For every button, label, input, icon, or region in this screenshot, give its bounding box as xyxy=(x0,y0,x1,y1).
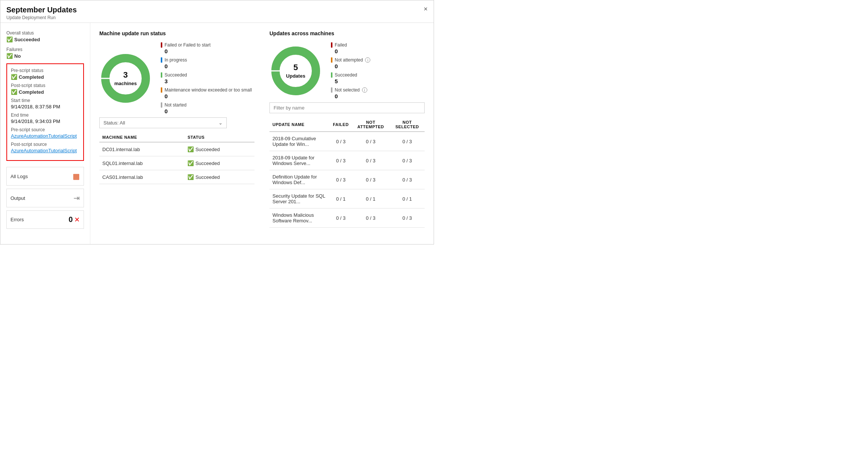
errors-label: Errors xyxy=(10,217,24,222)
machine-filter-bar: Status: All ⌄ xyxy=(99,117,254,128)
failures-label: Failures xyxy=(6,47,84,52)
machine-status-filter[interactable]: Status: All ⌄ xyxy=(99,117,227,128)
no-failure-icon: ✅ xyxy=(6,53,13,59)
updates-table-section: UPDATE NAME FAILED NOT ATTEMPTED NOT SEL… xyxy=(269,102,425,228)
window-subtitle: Update Deployment Run xyxy=(6,15,77,20)
end-time-value: 9/14/2018, 9:34:03 PM xyxy=(11,118,79,124)
main-window: September Updates Update Deployment Run … xyxy=(0,0,434,244)
not-selected-info-icon[interactable]: i xyxy=(362,87,367,93)
update-failed-cell: 0 / 3 xyxy=(330,208,352,228)
content-area: Overall status ✅ Succeeded Failures ✅ No… xyxy=(0,23,434,244)
update-failed-cell: 0 / 3 xyxy=(330,132,352,151)
th-failed: FAILED xyxy=(330,118,352,132)
updates-donut-container: 5 Updates xyxy=(269,45,322,97)
all-logs-item[interactable]: All Logs ▦ xyxy=(6,167,84,186)
overall-status-label: Overall status xyxy=(6,30,84,36)
updates-legend-bar-gray xyxy=(331,87,332,93)
updates-legend-label-0: Failed xyxy=(335,42,347,48)
machine-legend-item-1: In progress 0 xyxy=(161,57,252,69)
update-not-selected-cell: 0 / 3 xyxy=(390,151,425,170)
machine-legend-item-2: Succeeded 3 xyxy=(161,72,252,84)
start-time-section: Start time 9/14/2018, 8:37:58 PM xyxy=(11,98,79,110)
postscript-source-link[interactable]: AzureAutomationTutorialScript xyxy=(11,148,79,153)
errors-item[interactable]: Errors 0 ✕ xyxy=(6,210,84,229)
update-not-selected-cell: 0 / 3 xyxy=(390,208,425,228)
th-machine-name: MACHINE NAME xyxy=(99,133,184,142)
machine-update-title: Machine update run status xyxy=(99,30,254,36)
legend-label-0: Failed or Failed to start xyxy=(165,42,211,48)
update-name-cell: Definition Update for Windows Def... xyxy=(269,170,330,189)
legend-value-2: 3 xyxy=(161,78,252,84)
updates-legend-bar-orange xyxy=(331,57,332,63)
failures-value: ✅ No xyxy=(6,53,84,59)
machine-update-panel: Machine update run status xyxy=(99,30,254,228)
output-label: Output xyxy=(10,195,25,201)
output-icon: ⇥ xyxy=(73,194,80,202)
postscript-status-section: Post-script status ✅ Completed xyxy=(11,83,79,95)
machine-legend-item-3: Maintenance window exceeded or too small… xyxy=(161,87,252,99)
legend-bar-red xyxy=(161,42,162,48)
update-not-selected-cell: 0 / 3 xyxy=(390,170,425,189)
table-row: CAS01.internal.lab ✅ Succeeded xyxy=(99,170,254,184)
prescript-source-link[interactable]: AzureAutomationTutorialScript xyxy=(11,133,79,139)
errors-count: 0 xyxy=(69,215,73,224)
check-icon: ✅ xyxy=(6,36,13,42)
legend-value-0: 0 xyxy=(161,48,252,54)
output-item[interactable]: Output ⇥ xyxy=(6,189,84,207)
update-not-selected-cell: 0 / 3 xyxy=(390,132,425,151)
all-logs-icon: ▦ xyxy=(73,172,80,181)
updates-donut-label: 5 Updates xyxy=(286,62,305,79)
table-row: Definition Update for Windows Def... 0 /… xyxy=(269,170,425,189)
updates-legend-label-2: Succeeded xyxy=(335,72,357,78)
updates-legend-value-3: 0 xyxy=(331,93,370,99)
machine-donut-num: 3 xyxy=(123,70,128,80)
machine-name-cell: CAS01.internal.lab xyxy=(99,170,184,184)
prescript-box: Pre-script status ✅ Completed Post-scrip… xyxy=(6,63,84,161)
close-button[interactable]: × xyxy=(424,6,428,12)
updates-donut-text: Updates xyxy=(286,73,305,79)
updates-legend-item-2: Succeeded 5 xyxy=(331,72,370,84)
prescript-source-section: Pre-script source AzureAutomationTutoria… xyxy=(11,127,79,139)
updates-legend-value-1: 0 xyxy=(331,63,370,69)
panels-row: Machine update run status xyxy=(99,30,425,228)
start-time-value: 9/14/2018, 8:37:58 PM xyxy=(11,104,79,110)
updates-legend-item-0: Failed 0 xyxy=(331,42,370,54)
machine-table: MACHINE NAME STATUS DC01.internal.lab ✅ … xyxy=(99,133,254,184)
updates-donut-num: 5 xyxy=(293,63,298,72)
window-title: September Updates xyxy=(6,6,77,14)
updates-legend-label-3: Not selected xyxy=(335,87,360,93)
updates-legend-bar-green xyxy=(331,72,332,78)
overall-status-value: ✅ Succeeded xyxy=(6,36,84,42)
legend-label-4: Not started xyxy=(165,102,187,108)
machine-table-header: MACHINE NAME STATUS xyxy=(99,133,254,142)
updates-legend-item-1: Not attempted i 0 xyxy=(331,57,370,69)
th-machine-status: STATUS xyxy=(184,133,254,142)
title-bar: September Updates Update Deployment Run … xyxy=(0,0,434,23)
machine-donut-label: 3 machines xyxy=(114,70,137,87)
update-name-cell: Windows Malicious Software Remov... xyxy=(269,208,330,228)
machine-legend: Failed or Failed to start 0 In progress … xyxy=(161,42,252,114)
updates-legend: Failed 0 Not attempted i 0 xyxy=(331,42,370,99)
updates-legend-value-0: 0 xyxy=(331,48,370,54)
start-time-label: Start time xyxy=(11,98,79,103)
update-name-cell: 2018-09 Cumulative Update for Win... xyxy=(269,132,330,151)
prescript-status-label: Pre-script status xyxy=(11,68,79,73)
updates-filter-input[interactable] xyxy=(269,102,425,113)
machine-status-cell: ✅ Succeeded xyxy=(184,170,254,184)
machine-filter-label: Status: All xyxy=(103,120,125,126)
machine-legend-item-0: Failed or Failed to start 0 xyxy=(161,42,252,54)
prescript-status-value: ✅ Completed xyxy=(11,74,79,80)
table-row: Windows Malicious Software Remov... 0 / … xyxy=(269,208,425,228)
updates-legend-item-3: Not selected i 0 xyxy=(331,87,370,99)
title-bar-left: September Updates Update Deployment Run xyxy=(6,6,77,20)
not-attempted-info-icon[interactable]: i xyxy=(365,57,370,63)
table-row: 2018-09 Cumulative Update for Win... 0 /… xyxy=(269,132,425,151)
updates-table-header: UPDATE NAME FAILED NOT ATTEMPTED NOT SEL… xyxy=(269,118,425,132)
legend-value-4: 0 xyxy=(161,108,252,114)
update-not-attempted-cell: 0 / 1 xyxy=(352,189,389,208)
updates-legend-value-2: 5 xyxy=(331,78,370,84)
legend-label-2: Succeeded xyxy=(165,72,187,78)
table-row: DC01.internal.lab ✅ Succeeded xyxy=(99,142,254,156)
failures-section: Failures ✅ No xyxy=(6,47,84,59)
log-section: All Logs ▦ Output ⇥ Errors 0 ✕ xyxy=(6,167,84,229)
